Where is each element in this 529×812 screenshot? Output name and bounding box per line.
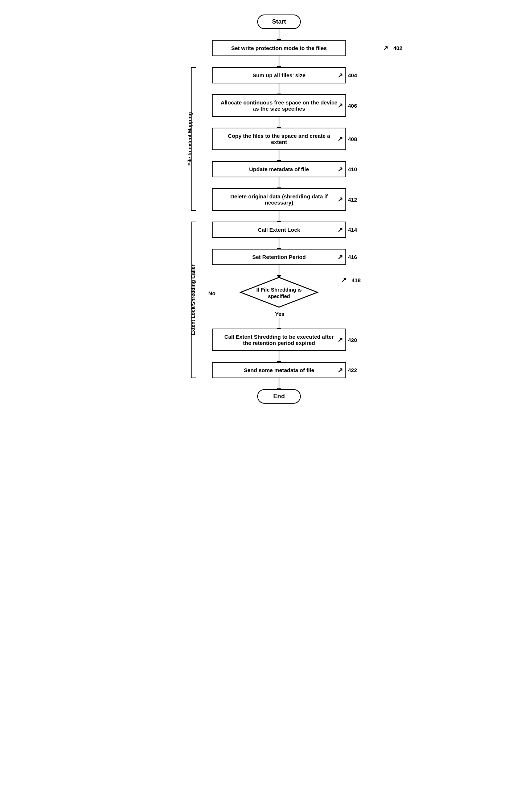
start-node: Start xyxy=(257,15,301,29)
diagram-container: Start Set write protection mode to the f… xyxy=(127,7,402,411)
step-420-row: Call Extent Shredding to be executed aft… xyxy=(201,329,357,351)
arrow-7 xyxy=(279,211,279,222)
end-node: End xyxy=(257,389,301,404)
arrow-5 xyxy=(279,150,279,161)
step-414-row: Call Extent Lock ↗ 414 xyxy=(201,222,357,238)
step-420: Call Extent Shredding to be executed aft… xyxy=(212,329,346,351)
step-404-row: Sum up all files' size ↗ 404 xyxy=(201,67,357,83)
step-418-label: ↗ 418 xyxy=(341,276,361,284)
step-414: Call Extent Lock xyxy=(212,222,346,238)
step-410-row: Update metadata of file ↗ 410 xyxy=(201,161,357,177)
arrow-9 xyxy=(279,265,279,276)
arrow-2 xyxy=(279,56,279,67)
step-414-label: ↗ 414 xyxy=(337,226,357,234)
no-label: No xyxy=(208,290,216,296)
flow-center: Start Set write protection mode to the f… xyxy=(156,15,402,404)
extent-lock-steps: Call Extent Lock ↗ 414 Set Retention Per… xyxy=(201,222,357,378)
arrow-3 xyxy=(279,83,279,94)
step-422-row: Send some metadata of file ↗ 422 xyxy=(201,362,357,378)
arrow-1 xyxy=(279,29,279,40)
arrow-10 xyxy=(279,318,279,329)
step-408-row: Copy the files to the space and create a… xyxy=(201,128,357,150)
step-408-label: ↗ 408 xyxy=(337,135,357,143)
step-412-row: Delete original data (shredding data if … xyxy=(201,188,357,211)
end-row: End xyxy=(156,389,402,404)
yes-label: Yes xyxy=(275,311,284,317)
step-422-label: ↗ 422 xyxy=(337,366,357,374)
bracket-file-mapping: File to extent Mapping Sum up all files'… xyxy=(201,67,357,211)
step-410-label: ↗ 410 xyxy=(337,165,357,173)
step-404-label: ↗ 404 xyxy=(337,71,357,79)
step-412: Delete original data (shredding data if … xyxy=(212,188,346,211)
step-406: Allocate continuous free space on the de… xyxy=(212,94,346,117)
step-422: Send some metadata of file xyxy=(212,362,346,378)
arrow-11 xyxy=(279,351,279,362)
arrow-12 xyxy=(279,378,279,389)
step-412-label: ↗ 412 xyxy=(337,195,357,203)
step-418-row: No If File Shredding is specified ↗ 418 xyxy=(201,276,357,310)
bracket-extent-lock: Extent Lock/Shredding Caller Call Extent… xyxy=(201,222,357,378)
step-402-label: ↗ 402 xyxy=(383,44,402,52)
step-404: Sum up all files' size xyxy=(212,67,346,83)
bracket-label-file-mapping: File to extent Mapping xyxy=(187,112,193,166)
step-406-label: ↗ 406 xyxy=(337,102,357,110)
step-416-label: ↗ 416 xyxy=(337,253,357,261)
start-row: Start xyxy=(156,15,402,29)
arrow-6 xyxy=(279,177,279,188)
arrow-8 xyxy=(279,238,279,249)
step-416: Set Retention Period xyxy=(212,249,346,265)
step-402-row: Set write protection mode to the files ↗… xyxy=(156,40,402,56)
diamond-418-text: If File Shredding is specified xyxy=(250,287,308,300)
step-408: Copy the files to the space and create a… xyxy=(212,128,346,150)
step-416-row: Set Retention Period ↗ 416 xyxy=(201,249,357,265)
step-406-row: Allocate continuous free space on the de… xyxy=(201,94,357,117)
bracket-label-extent-lock: Extent Lock/Shredding Caller xyxy=(190,264,196,335)
diamond-container: If File Shredding is specified xyxy=(239,276,319,310)
file-mapping-steps: Sum up all files' size ↗ 404 Allocate co… xyxy=(201,67,357,211)
step-420-label: ↗ 420 xyxy=(337,336,357,344)
step-402: Set write protection mode to the files xyxy=(212,40,346,56)
step-410: Update metadata of file xyxy=(212,161,346,177)
yes-label-row: Yes xyxy=(274,311,284,317)
arrow-4 xyxy=(279,117,279,128)
